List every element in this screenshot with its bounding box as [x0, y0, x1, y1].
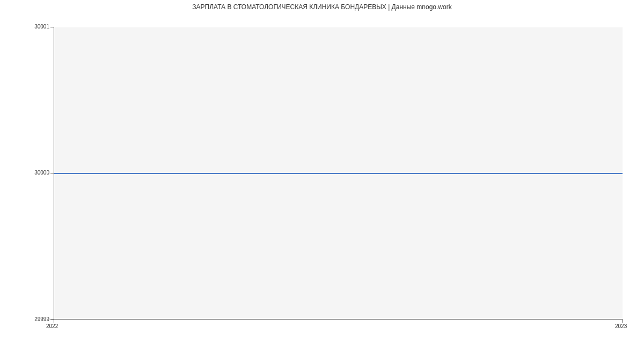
y-tick-2 — [50, 27, 54, 27]
y-tick-label-1: 30000 — [34, 170, 49, 176]
x-tick-0 — [54, 319, 54, 323]
gridline-bot — [54, 318, 623, 319]
gridline-top — [54, 27, 623, 27]
data-line-series-0 — [54, 173, 623, 174]
x-tick-label-1: 2023 — [615, 323, 627, 329]
plot-area — [54, 27, 623, 319]
x-tick-label-0: 2022 — [46, 323, 58, 329]
chart-title: ЗАРПЛАТА В СТОМАТОЛОГИЧЕСКАЯ КЛИНИКА БОН… — [0, 3, 644, 11]
y-tick-label-0: 29999 — [34, 316, 49, 322]
y-tick-label-2: 30001 — [34, 24, 49, 30]
x-tick-1 — [623, 319, 623, 323]
y-tick-1 — [50, 173, 54, 173]
chart-container: ЗАРПЛАТА В СТОМАТОЛОГИЧЕСКАЯ КЛИНИКА БОН… — [0, 0, 644, 349]
